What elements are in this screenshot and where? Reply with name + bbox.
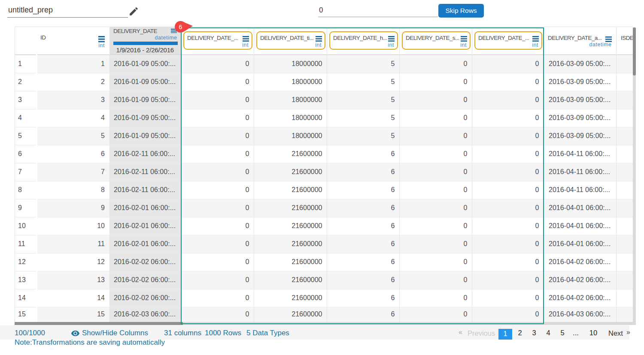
svg-text:6: 6 xyxy=(179,24,182,30)
